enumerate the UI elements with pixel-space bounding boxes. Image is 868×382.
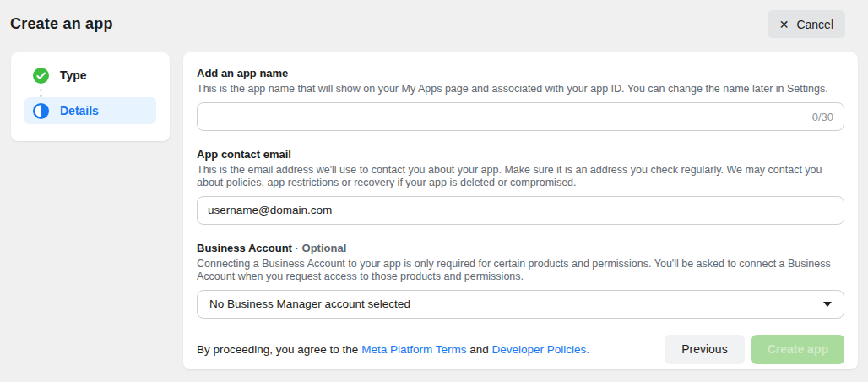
app-name-input[interactable] [197,102,844,131]
cancel-button-label: Cancel [796,18,833,31]
form-footer: By proceeding, you agree to the Meta Pla… [197,335,844,364]
stepper-card: Type Details [11,52,170,141]
step-connector [40,88,42,97]
contact-email-description: This is the email address we'll use to c… [197,164,844,190]
chevron-down-icon [823,302,832,307]
half-circle-progress-icon [33,103,49,119]
check-circle-icon [33,68,49,84]
agreement-middle: and [466,343,491,356]
cancel-button[interactable]: ✕ Cancel [768,10,845,38]
app-name-section: Add an app name This is the app name tha… [197,67,844,131]
contact-email-section: App contact email This is the email addr… [197,148,844,225]
business-account-label-text: Business Account [197,242,292,254]
char-counter: 0/30 [812,110,833,123]
create-app-form-panel: Add an app name This is the app name tha… [183,52,858,369]
agreement-prefix: By proceeding, you agree to the [197,343,361,356]
optional-badge: Optional [302,242,347,254]
page-title: Create an app [10,15,113,33]
close-icon: ✕ [779,19,789,30]
stepper-item-type[interactable]: Type [24,63,156,88]
step-label-type: Type [60,68,87,82]
business-account-section: Business Account · Optional Connecting a… [197,242,844,319]
step-label-details: Details [60,104,99,117]
create-app-button[interactable]: Create app [751,335,844,364]
previous-button[interactable]: Previous [665,335,744,364]
app-name-description: This is the app name that will show on y… [197,83,844,96]
business-account-description: Connecting a Business Account to your ap… [197,258,844,284]
contact-email-input[interactable] [197,196,844,225]
meta-platform-terms-link[interactable]: Meta Platform Terms [361,343,466,356]
business-account-selected-value: No Business Manager account selected [209,297,410,310]
contact-email-label: App contact email [197,148,844,161]
label-separator: · [296,242,299,254]
header: Create an app ✕ Cancel [0,0,868,47]
stepper-item-details[interactable]: Details [24,97,156,124]
business-account-select[interactable]: No Business Manager account selected [197,290,844,319]
agreement-text: By proceeding, you agree to the Meta Pla… [197,343,589,356]
app-name-label: Add an app name [197,67,844,79]
developer-policies-link[interactable]: Developer Policies. [491,343,589,356]
business-account-label: Business Account · Optional [197,242,844,254]
